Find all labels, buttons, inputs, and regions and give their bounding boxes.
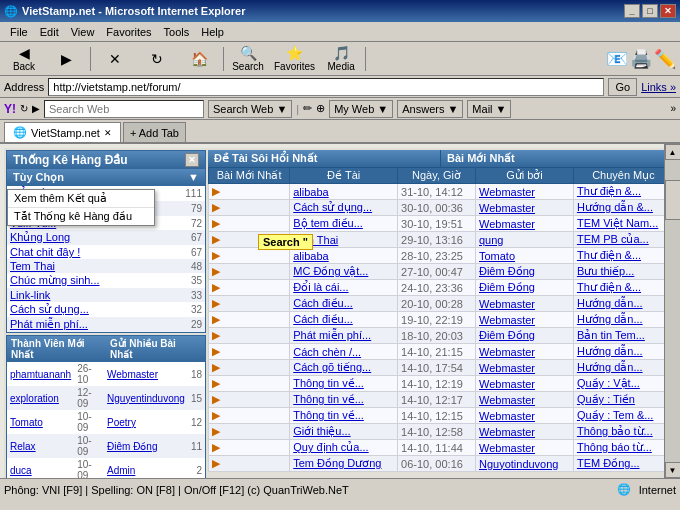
active-member-name[interactable]: Admin — [104, 458, 188, 478]
home-button[interactable]: 🏠 — [179, 49, 219, 69]
post-author[interactable]: Webmaster — [475, 376, 573, 392]
hot-topic-name[interactable]: Link-link — [7, 288, 167, 302]
post-topic[interactable]: Thông tin về... — [290, 392, 398, 408]
vertical-scrollbar[interactable]: ▲ ▼ — [664, 144, 680, 478]
post-topic[interactable]: Phát miễn phí... — [290, 328, 398, 344]
new-member-name[interactable]: exploration — [7, 386, 74, 410]
new-member-name[interactable]: duca — [7, 458, 74, 478]
post-author[interactable]: qung — [475, 232, 573, 248]
menu-file[interactable]: File — [4, 24, 34, 40]
post-category[interactable]: Thư điện &... — [573, 280, 673, 296]
active-member-name[interactable]: Điêm Đồng — [104, 434, 188, 458]
post-category[interactable]: Hướng dẫn... — [573, 296, 673, 312]
myweb-button[interactable]: My Web ▼ — [329, 100, 393, 118]
post-author[interactable]: Webmaster — [475, 392, 573, 408]
forward-button[interactable]: ▶ — [46, 49, 86, 69]
hot-topic-name[interactable]: Chat chit đây ! — [7, 245, 167, 259]
tat-thongke-item[interactable]: Tắt Thống kê Hàng đầu — [8, 208, 154, 225]
search-button[interactable]: 🔍 Search — [228, 43, 268, 74]
media-button[interactable]: 🎵 Media — [321, 43, 361, 74]
post-author[interactable]: Webmaster — [475, 216, 573, 232]
new-member-name[interactable]: phamtuananh — [7, 362, 74, 386]
tab-close-button[interactable]: ✕ — [104, 128, 112, 138]
post-topic[interactable]: alibaba — [290, 248, 398, 264]
post-author[interactable]: Webmaster — [475, 408, 573, 424]
post-topic[interactable]: Quy định của... — [290, 440, 398, 456]
post-category[interactable]: Hướng dẫn... — [573, 344, 673, 360]
yahoo-go-icon[interactable]: ▶ — [32, 103, 40, 114]
hot-topic-name[interactable]: Cách sử dụng... — [7, 302, 167, 317]
post-author[interactable]: Webmaster — [475, 296, 573, 312]
mail-button[interactable]: Mail ▼ — [467, 100, 511, 118]
post-category[interactable]: Bưu thiếp... — [573, 264, 673, 280]
hot-topic-name[interactable]: Tem Thai — [7, 259, 167, 273]
refresh-button[interactable]: ↻ — [137, 49, 177, 69]
maximize-button[interactable]: □ — [642, 4, 658, 18]
post-category[interactable]: Thư điện &... — [573, 184, 673, 200]
yahoo-refresh-icon[interactable]: ↻ — [20, 103, 28, 114]
thongke-close-btn[interactable]: ✕ — [185, 153, 199, 167]
post-author[interactable]: Webmaster — [475, 424, 573, 440]
title-bar-controls[interactable]: _ □ ✕ — [624, 4, 676, 18]
post-category[interactable]: Bản tin Tem... — [573, 328, 673, 344]
active-member-name[interactable]: Poetry — [104, 410, 188, 434]
scroll-down-button[interactable]: ▼ — [665, 462, 681, 478]
post-author[interactable]: Điêm Đồng — [475, 328, 573, 344]
address-input[interactable] — [48, 78, 604, 96]
post-topic[interactable]: Đổi là cái... — [290, 280, 398, 296]
post-category[interactable]: Quầy : Tiền — [573, 392, 673, 408]
menu-favorites[interactable]: Favorites — [100, 24, 157, 40]
post-topic[interactable]: MC Đồng vật... — [290, 264, 398, 280]
hot-topic-name[interactable]: Chúc mừng sinh... — [7, 273, 167, 288]
post-author[interactable]: Tomato — [475, 248, 573, 264]
post-category[interactable]: TEM Đồng... — [573, 456, 673, 472]
post-category[interactable]: TEM PB của... — [573, 232, 673, 248]
tuychon-header[interactable]: Tùy Chọn ▼ — [7, 169, 205, 186]
post-category[interactable]: Hướng dẫn... — [573, 360, 673, 376]
menu-help[interactable]: Help — [195, 24, 230, 40]
post-topic[interactable]: Bộ tem điều... — [290, 216, 398, 232]
post-author[interactable]: Điêm Đồng — [475, 264, 573, 280]
post-category[interactable]: Thư điện &... — [573, 248, 673, 264]
post-category[interactable]: Hướng dẫn... — [573, 312, 673, 328]
active-member-name[interactable]: Nguyentinduvong — [104, 386, 188, 410]
search-input[interactable] — [44, 100, 204, 118]
scroll-thumb[interactable] — [665, 180, 681, 220]
stop-button[interactable]: ✕ — [95, 49, 135, 69]
post-category[interactable]: Hướng dẫn &... — [573, 200, 673, 216]
links-label[interactable]: Links » — [641, 81, 676, 93]
add-tab-button[interactable]: + Add Tab — [123, 122, 186, 142]
menu-edit[interactable]: Edit — [34, 24, 65, 40]
post-author[interactable]: Webmaster — [475, 184, 573, 200]
post-topic[interactable]: Cách điều... — [290, 296, 398, 312]
active-member-name[interactable]: Webmaster — [104, 362, 188, 386]
hot-topic-name[interactable]: Khủng Long — [7, 230, 167, 245]
go-button[interactable]: Go — [608, 78, 637, 96]
tab-vietstamp[interactable]: 🌐 VietStamp.net ✕ — [4, 122, 121, 142]
post-category[interactable]: Quầy : Tem &... — [573, 408, 673, 424]
scroll-up-button[interactable]: ▲ — [665, 144, 681, 160]
post-topic[interactable]: Tem Đồng Dương — [290, 456, 398, 472]
menu-view[interactable]: View — [65, 24, 101, 40]
post-topic[interactable]: Thông tin về... — [290, 408, 398, 424]
post-topic[interactable]: Cách sử dụng... — [290, 200, 398, 216]
close-button[interactable]: ✕ — [660, 4, 676, 18]
minimize-button[interactable]: _ — [624, 4, 640, 18]
post-author[interactable]: Nguyotinduvong — [475, 456, 573, 472]
post-topic[interactable]: Cách chèn /... — [290, 344, 398, 360]
post-topic[interactable]: Tem Thai — [290, 232, 398, 248]
menu-tools[interactable]: Tools — [158, 24, 196, 40]
post-author[interactable]: Webmaster — [475, 344, 573, 360]
post-author[interactable]: Webmaster — [475, 360, 573, 376]
favorites-button[interactable]: ⭐ Favorites — [270, 43, 319, 74]
post-author[interactable]: Webmaster — [475, 440, 573, 456]
post-topic[interactable]: Giới thiệu... — [290, 424, 398, 440]
xem-them-item[interactable]: Xem thêm Kết quả — [8, 190, 154, 208]
hot-topic-name[interactable]: Phát miễn phí... — [7, 317, 167, 332]
search-web-button[interactable]: Search Web ▼ — [208, 100, 292, 118]
new-member-name[interactable]: Relax — [7, 434, 74, 458]
expand-icon[interactable]: » — [670, 103, 676, 114]
new-member-name[interactable]: Tomato — [7, 410, 74, 434]
post-author[interactable]: Điêm Đồng — [475, 280, 573, 296]
post-topic[interactable]: Cách điều... — [290, 312, 398, 328]
